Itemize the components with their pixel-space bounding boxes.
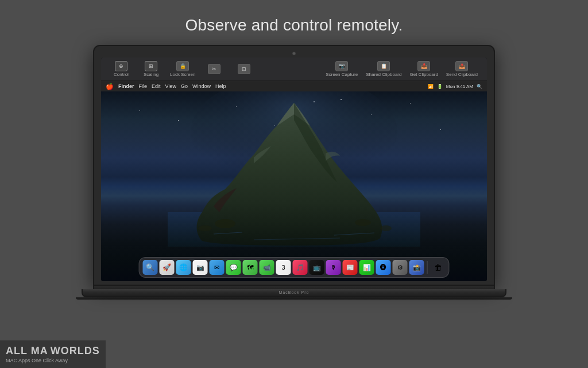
getclip-label: Get Clipboard (409, 72, 438, 77)
dock-separator (427, 261, 428, 274)
dock-finder[interactable]: 🔍 (143, 260, 158, 275)
island-image (168, 91, 420, 247)
toolbar-scaling-btn[interactable]: ⊞ Scaling (137, 60, 165, 78)
star (140, 110, 140, 111)
menubar-file[interactable]: File (139, 83, 148, 89)
brand-text-2: WORLDS (51, 345, 100, 357)
toolbar-left: ⊕ Control ⊞ Scaling 🔒 Lock Screen (107, 60, 258, 78)
getclip-icon: 📥 (417, 61, 430, 71)
headline: Observe and control remotely. (185, 16, 403, 34)
svg-point-6 (380, 225, 392, 231)
toolbar-lockscreen-btn[interactable]: 🔒 Lock Screen (167, 60, 199, 78)
dock-launchpad[interactable]: 🚀 (160, 260, 175, 275)
main-container: Observe and control remotely. ⊕ Control (0, 0, 588, 368)
sendclip-label: Send Clipboard (446, 72, 478, 77)
lockscreen-label: Lock Screen (170, 72, 195, 77)
menubar-left: 🍎 Finder File Edit View Go Window Help (106, 83, 226, 90)
menubar-help[interactable]: Help (215, 83, 226, 89)
dock-calendar[interactable]: 3 (276, 260, 291, 275)
menubar-window[interactable]: Window (192, 83, 211, 89)
dock-trash[interactable]: 🗑 (431, 260, 446, 275)
dock-mail[interactable]: ✉ (210, 260, 225, 275)
toolbar-curtain-btn[interactable]: ✂ (200, 63, 229, 76)
desktop-wallpaper: 🔍 🚀 🌐 📷 (101, 91, 487, 281)
watermark: ALL MA WORLDS MAC Apps One Click Away (0, 340, 106, 368)
dock-systemprefs[interactable]: ⚙ (393, 260, 408, 275)
menubar-view[interactable]: View (165, 83, 176, 89)
lockscreen-icon: 🔒 (176, 61, 189, 71)
mac-menubar: 🍎 Finder File Edit View Go Window Help 📶… (101, 81, 487, 91)
mac-dock: 🔍 🚀 🌐 📷 (139, 257, 450, 278)
camera-area (101, 52, 487, 55)
brand-name: ALL MA WORLDS (6, 345, 100, 357)
control-label: Control (114, 72, 129, 77)
laptop-base: MacBook Pro (82, 289, 506, 297)
menubar-go[interactable]: Go (181, 83, 188, 89)
svg-point-5 (355, 219, 371, 226)
apple-menu-icon[interactable]: 🍎 (106, 83, 114, 90)
dock-messages[interactable]: 💬 (226, 260, 241, 275)
toolbar-sharedclip-btn[interactable]: 📋 Shared Clipboard (362, 60, 405, 78)
svg-point-4 (215, 219, 235, 228)
dock-photos[interactable]: 📷 (193, 260, 208, 275)
sharedclip-label: Shared Clipboard (366, 72, 401, 77)
dock-facetime[interactable]: 📹 (260, 260, 274, 275)
control-icon: ⊕ (115, 61, 127, 71)
menubar-app-name[interactable]: Finder (118, 83, 134, 89)
laptop-feet (76, 297, 512, 300)
dock-maps[interactable]: 🗺 (243, 260, 258, 275)
search-menubar-icon[interactable]: 🔍 (477, 84, 482, 89)
menubar-right: 📶 🔋 Mon 9:41 AM 🔍 (428, 84, 482, 89)
dock-podcasts[interactable]: 🎙 (326, 260, 341, 275)
camera-dot (292, 52, 296, 55)
options-icon: ⊡ (238, 64, 250, 74)
laptop-screen-body: ⊕ Control ⊞ Scaling 🔒 Lock Screen (93, 45, 495, 286)
toolbar-screencap-btn[interactable]: 📷 Screen Capture (322, 60, 361, 78)
brand-subtitle: MAC Apps One Click Away (6, 358, 100, 363)
screen-bezel: ⊕ Control ⊞ Scaling 🔒 Lock Screen (101, 57, 487, 281)
toolbar-sendclip-btn[interactable]: 📤 Send Clipboard (443, 60, 481, 78)
dock-screenshot[interactable]: 📸 (409, 260, 424, 275)
remote-toolbar: ⊕ Control ⊞ Scaling 🔒 Lock Screen (101, 57, 487, 81)
svg-point-7 (198, 225, 212, 231)
toolbar-right: 📷 Screen Capture 📋 Shared Clipboard 📥 Ge… (322, 60, 481, 78)
battery-icon: 🔋 (437, 84, 443, 89)
screencap-label: Screen Capture (326, 72, 358, 77)
sendclip-icon: 📤 (455, 61, 468, 71)
scaling-icon: ⊞ (145, 61, 157, 71)
macbook-label: MacBook Pro (278, 289, 309, 297)
dock-news[interactable]: 📰 (343, 260, 358, 275)
toolbar-getclip-btn[interactable]: 📥 Get Clipboard (406, 60, 441, 78)
star (440, 129, 441, 130)
dock-music[interactable]: 🎵 (293, 260, 308, 275)
brand-text-1: ALL MA (6, 345, 48, 357)
dock-tv[interactable]: 📺 (310, 260, 324, 275)
clock: Mon 9:41 AM (446, 84, 473, 89)
sharedclip-icon: 📋 (377, 61, 390, 71)
wifi-icon: 📶 (428, 84, 434, 89)
toolbar-options-btn[interactable]: ⊡ (230, 63, 258, 76)
dock-numbers[interactable]: 📊 (359, 260, 374, 275)
scaling-label: Scaling (144, 72, 158, 77)
dock-safari[interactable]: 🌐 (176, 260, 191, 275)
screencap-icon: 📷 (335, 61, 348, 71)
menubar-edit[interactable]: Edit (152, 83, 161, 89)
toolbar-control-btn[interactable]: ⊕ Control (107, 60, 136, 78)
dock-appstore[interactable]: 🅐 (376, 260, 391, 275)
laptop-device: ⊕ Control ⊞ Scaling 🔒 Lock Screen (87, 45, 501, 300)
curtain-icon: ✂ (208, 64, 220, 74)
